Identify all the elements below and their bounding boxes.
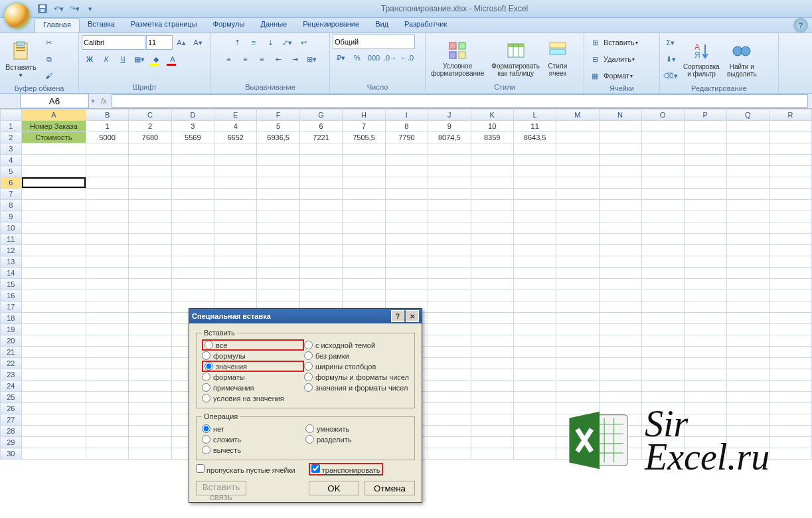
cell-I8[interactable] [385, 200, 428, 211]
cell-H14[interactable] [343, 268, 386, 279]
cell-G7[interactable] [299, 189, 342, 200]
row-header-3[interactable]: 3 [1, 143, 22, 155]
cell-K18[interactable] [471, 313, 513, 324]
cell-R17[interactable] [769, 302, 811, 313]
cell-D13[interactable] [171, 256, 214, 268]
cell-B24[interactable] [86, 381, 129, 392]
cell-H15[interactable] [343, 279, 386, 290]
format-cells-icon[interactable]: ▦ [587, 68, 603, 84]
opt-all[interactable]: все [202, 339, 304, 351]
row-header-17[interactable]: 17 [1, 302, 22, 313]
cell-N1[interactable] [599, 121, 641, 132]
cell-Q11[interactable] [726, 234, 769, 245]
cell-N5[interactable] [599, 166, 641, 177]
worksheet-grid[interactable]: ABCDEFGHIJKLMNOPQR1Номер Заказа123456789… [0, 109, 812, 517]
cell-P7[interactable] [684, 189, 726, 200]
copy-icon[interactable]: ⧉ [41, 51, 57, 67]
cell-N21[interactable] [599, 347, 641, 358]
cell-P8[interactable] [684, 200, 726, 211]
cell-G13[interactable] [299, 256, 342, 268]
cell-P20[interactable] [684, 335, 726, 347]
cell-M15[interactable] [556, 279, 599, 290]
save-icon[interactable] [36, 2, 49, 15]
cell-B29[interactable] [86, 437, 129, 448]
cell-D11[interactable] [171, 234, 214, 245]
cell-B13[interactable] [86, 256, 129, 268]
col-header-F[interactable]: F [257, 110, 300, 121]
cell-K19[interactable] [471, 324, 513, 335]
cell-O18[interactable] [641, 313, 684, 324]
cell-D14[interactable] [171, 268, 214, 279]
cell-H8[interactable] [343, 200, 386, 211]
wrap-text-icon[interactable]: ↩ [295, 35, 311, 50]
cell-J10[interactable] [428, 222, 471, 234]
tab-review[interactable]: Рецензирование [295, 18, 367, 33]
cell-M5[interactable] [556, 166, 599, 177]
col-header-E[interactable]: E [214, 110, 257, 121]
cell-D4[interactable] [171, 155, 214, 166]
cell-R11[interactable] [769, 234, 811, 245]
cell-A13[interactable] [21, 256, 86, 268]
find-select-button[interactable]: Найти и выделить [724, 39, 760, 79]
cell-E8[interactable] [214, 200, 257, 211]
cell-D5[interactable] [171, 166, 214, 177]
cell-K29[interactable] [471, 437, 513, 448]
cell-M10[interactable] [556, 222, 599, 234]
cell-C1[interactable]: 2 [129, 121, 171, 132]
cell-R21[interactable] [769, 347, 811, 358]
font-size-combo[interactable] [146, 35, 173, 50]
cell-J25[interactable] [428, 392, 471, 403]
cell-F5[interactable] [257, 166, 300, 177]
col-header-I[interactable]: I [385, 110, 428, 121]
cell-H1[interactable]: 7 [343, 121, 386, 132]
cell-G5[interactable] [299, 166, 342, 177]
cell-J14[interactable] [428, 268, 471, 279]
cell-J24[interactable] [428, 381, 471, 392]
row-header-20[interactable]: 20 [1, 335, 22, 347]
cell-I5[interactable] [385, 166, 428, 177]
cell-B1[interactable]: 1 [86, 121, 129, 132]
cell-G8[interactable] [299, 200, 342, 211]
cell-L13[interactable] [513, 256, 556, 268]
row-header-9[interactable]: 9 [1, 211, 22, 222]
cell-K16[interactable] [471, 290, 513, 302]
cell-J7[interactable] [428, 189, 471, 200]
cell-O11[interactable] [641, 234, 684, 245]
align-middle-icon[interactable]: ≡ [246, 35, 262, 50]
cell-A10[interactable] [21, 222, 86, 234]
cell-L24[interactable] [513, 381, 556, 392]
cell-Q7[interactable] [726, 189, 769, 200]
row-header-23[interactable]: 23 [1, 369, 22, 381]
cell-A6[interactable] [21, 177, 86, 189]
cell-styles-button[interactable]: Стили ячеек [544, 39, 571, 78]
cell-L5[interactable] [513, 166, 556, 177]
cell-K17[interactable] [471, 302, 513, 313]
cell-E1[interactable]: 4 [214, 121, 257, 132]
cell-B3[interactable] [86, 143, 129, 155]
cell-K8[interactable] [471, 200, 513, 211]
cell-K25[interactable] [471, 392, 513, 403]
cell-G11[interactable] [299, 234, 342, 245]
cell-B10[interactable] [86, 222, 129, 234]
opt-val-num[interactable]: значения и форматы чисел [304, 383, 409, 392]
cell-I1[interactable]: 8 [385, 121, 428, 132]
row-header-26[interactable]: 26 [1, 403, 22, 414]
cell-G14[interactable] [299, 268, 342, 279]
cell-H16[interactable] [343, 290, 386, 302]
cell-N20[interactable] [599, 335, 641, 347]
cell-O6[interactable] [641, 177, 684, 189]
cell-R14[interactable] [769, 268, 811, 279]
cell-M19[interactable] [556, 324, 599, 335]
cell-N8[interactable] [599, 200, 641, 211]
cell-F8[interactable] [257, 200, 300, 211]
cell-K1[interactable]: 10 [471, 121, 513, 132]
cell-K5[interactable] [471, 166, 513, 177]
cell-P11[interactable] [684, 234, 726, 245]
font-color-icon[interactable]: A [165, 51, 181, 67]
cell-O12[interactable] [641, 245, 684, 256]
cell-J4[interactable] [428, 155, 471, 166]
tab-data[interactable]: Данные [252, 18, 295, 33]
cell-P1[interactable] [684, 121, 726, 132]
col-header-K[interactable]: K [471, 110, 513, 121]
cell-M22[interactable] [556, 358, 599, 369]
